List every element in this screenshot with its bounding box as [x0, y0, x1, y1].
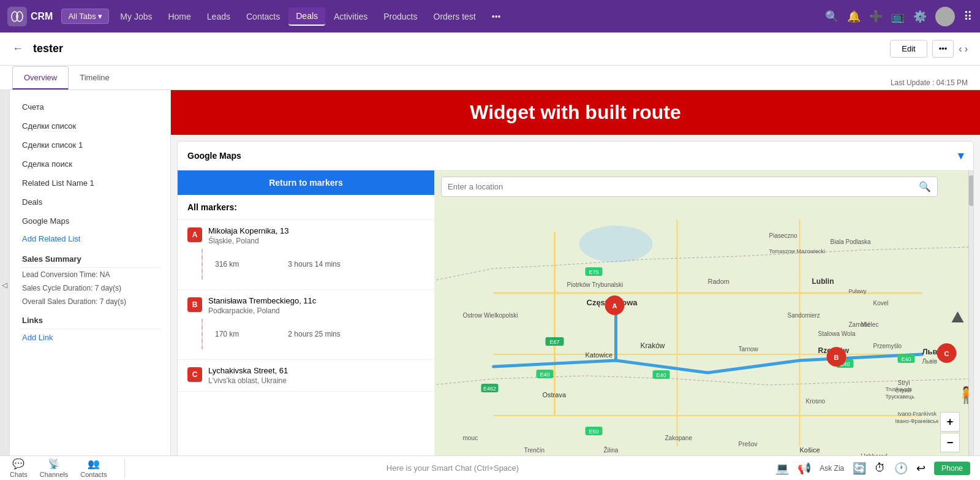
search-icon[interactable]: 🔍	[825, 10, 839, 23]
grid-icon[interactable]: ⠿	[963, 9, 973, 24]
zoom-in-button[interactable]: +	[940, 412, 960, 432]
marker-address-a: Mikołaja Kopernika, 13	[208, 226, 289, 235]
svg-text:Trenčín: Trenčín	[524, 447, 545, 454]
sidebar-item-related-list[interactable]: Related List Name 1	[10, 173, 170, 192]
svg-text:E40: E40	[901, 356, 911, 362]
svg-text:Lublin: Lublin	[812, 277, 834, 286]
divider	[124, 459, 125, 478]
maps-card-body: Return to markers All markers: A Mikołaj…	[178, 170, 973, 480]
marker-info-b: Stanisława Trembeckiego, 11c Podkarpacki…	[208, 296, 316, 315]
svg-text:Puławy: Puławy	[849, 288, 867, 294]
svg-text:Przemyślo: Przemyślo	[873, 343, 902, 349]
nav-orders-test[interactable]: Orders test	[426, 8, 483, 25]
prev-record-button[interactable]: ‹	[959, 44, 962, 55]
sidebar-item-google-maps[interactable]: Google Maps	[10, 211, 170, 230]
nav-deals[interactable]: Deals	[288, 7, 325, 26]
bottom-chats[interactable]: 💬 Chats	[10, 458, 28, 478]
nav-products[interactable]: Products	[376, 8, 424, 25]
gear-icon[interactable]: ⚙️	[913, 10, 927, 23]
svg-text:mouc: mouc	[463, 435, 478, 441]
page-title: tester	[33, 42, 880, 55]
location-search-input[interactable]	[448, 182, 914, 191]
sales-cycle-stat: Sales Cycle Duration: 7 day(s)	[10, 281, 170, 295]
marker-item-b: B Stanisława Trembeckiego, 11c Podkarpac…	[178, 290, 434, 360]
svg-text:Стрий: Стрий	[895, 387, 911, 394]
svg-text:Kraków: Kraków	[641, 341, 665, 350]
nav-contacts[interactable]: Contacts	[239, 8, 287, 25]
edit-button[interactable]: Edit	[890, 40, 927, 58]
nav-right-icons: 🔍 🔔 ➕ 📺 ⚙️ ⠿	[825, 7, 973, 26]
marker-info-c: Lychakivska Street, 61 L'vivs'ka oblast,…	[208, 366, 288, 385]
map-search-bar: 🔍	[441, 177, 938, 197]
bottom-channels[interactable]: 📡 Channels	[40, 458, 68, 478]
zoom-out-button[interactable]: −	[940, 433, 960, 452]
more-options-button[interactable]: •••	[932, 40, 954, 58]
nav-leads[interactable]: Leads	[200, 8, 238, 25]
chats-label: Chats	[10, 471, 28, 478]
contacts-label: Contacts	[80, 471, 107, 478]
bottom-bar: 💬 Chats 📡 Channels 👥 Contacts Here is yo…	[0, 455, 980, 480]
sidebar-item-sdelki1[interactable]: Сделки список 1	[10, 135, 170, 154]
nav-more[interactable]: •••	[484, 8, 508, 25]
phone-button[interactable]: Phone	[934, 462, 970, 475]
nav-home[interactable]: Home	[160, 8, 198, 25]
svg-text:E50: E50	[589, 429, 598, 435]
bottom-icon-5[interactable]: 🕐	[894, 462, 908, 475]
nav-my-jobs[interactable]: My Jobs	[113, 8, 159, 25]
channels-label: Channels	[40, 471, 68, 478]
svg-text:🧍: 🧍	[956, 385, 969, 405]
sidebar-item-sdelki[interactable]: Сделки список	[10, 116, 170, 135]
nav-activities[interactable]: Activities	[326, 8, 375, 25]
maps-card-header: Google Maps ▾	[178, 142, 973, 170]
svg-text:Biala Podlaska: Biala Podlaska	[831, 238, 872, 245]
smart-chat-placeholder[interactable]: Here is your Smart Chat (Ctrl+Space)	[142, 463, 764, 473]
add-related-list-link[interactable]: Add Related List	[10, 230, 170, 247]
return-to-markers-button[interactable]: Return to markers	[178, 170, 434, 195]
plus-icon[interactable]: ➕	[869, 10, 883, 23]
sidebar-item-sdelka-poisk[interactable]: Сделка поиск	[10, 154, 170, 173]
bottom-contacts[interactable]: 👥 Contacts	[80, 458, 107, 478]
svg-text:E40: E40	[540, 371, 549, 378]
tab-overview[interactable]: Overview	[12, 66, 69, 90]
bell-icon[interactable]: 🔔	[847, 10, 861, 23]
bottom-icon-1[interactable]: 💻	[775, 462, 789, 475]
tab-timeline[interactable]: Timeline	[69, 67, 121, 90]
ask-zia-label[interactable]: Ask Zia	[820, 464, 844, 473]
all-tabs-button[interactable]: All Tabs ▾	[61, 9, 109, 24]
marker-badge-c: C	[187, 367, 202, 382]
back-button[interactable]: ←	[12, 42, 23, 55]
sidebar-toggle[interactable]: ◁	[0, 90, 10, 480]
marker-row-a: A Mikołaja Kopernika, 13 Śląskie, Poland	[187, 226, 424, 245]
marker-address-b: Stanisława Trembeckiego, 11c	[208, 296, 316, 305]
user-avatar[interactable]	[935, 7, 955, 26]
marker-item-a: A Mikołaja Kopernika, 13 Śląskie, Poland	[178, 220, 434, 290]
svg-text:E75: E75	[589, 269, 598, 275]
next-record-button[interactable]: ›	[965, 44, 968, 55]
overall-sales-stat: Overall Sales Duration: 7 day(s)	[10, 295, 170, 308]
add-link-link[interactable]: Add Link	[10, 329, 170, 346]
bottom-icon-3[interactable]: 🔄	[853, 462, 866, 475]
sidebar-item-deals[interactable]: Deals	[10, 192, 170, 211]
bottom-icon-4[interactable]: ⏱	[875, 462, 886, 474]
time-b: 2 hours 25 mins	[288, 330, 340, 338]
bottom-icon-6[interactable]: ↩	[916, 462, 925, 475]
marker-badge-b: B	[187, 297, 202, 312]
marker-region-c: L'vivs'ka oblast, Ukraine	[208, 376, 288, 385]
svg-text:Krosno: Krosno	[806, 398, 826, 405]
svg-point-3	[579, 226, 653, 262]
svg-text:Ivano-Frankivsk: Ivano-Frankivsk	[898, 411, 937, 417]
marker-region-b: Podkarpackie, Poland	[208, 307, 316, 315]
links-section-title: Links	[10, 308, 170, 329]
page-header: ← tester Edit ••• ‹ ›	[0, 32, 980, 66]
content-area: Widget with built route Google Maps ▾ Re…	[171, 90, 980, 480]
search-icon: 🔍	[919, 181, 931, 192]
screen-icon[interactable]: 📺	[891, 10, 905, 23]
distance-a: 316 km	[215, 260, 239, 269]
bottom-icon-2[interactable]: 📢	[797, 462, 811, 475]
maps-card-collapse-icon[interactable]: ▾	[958, 149, 963, 162]
sidebar-item-scheta[interactable]: Счета	[10, 97, 170, 116]
svg-text:Mielec: Mielec	[861, 321, 879, 328]
map-scrollbar[interactable]	[968, 170, 973, 480]
time-a: 3 hours 14 mins	[288, 260, 340, 269]
svg-text:E40: E40	[656, 372, 666, 378]
